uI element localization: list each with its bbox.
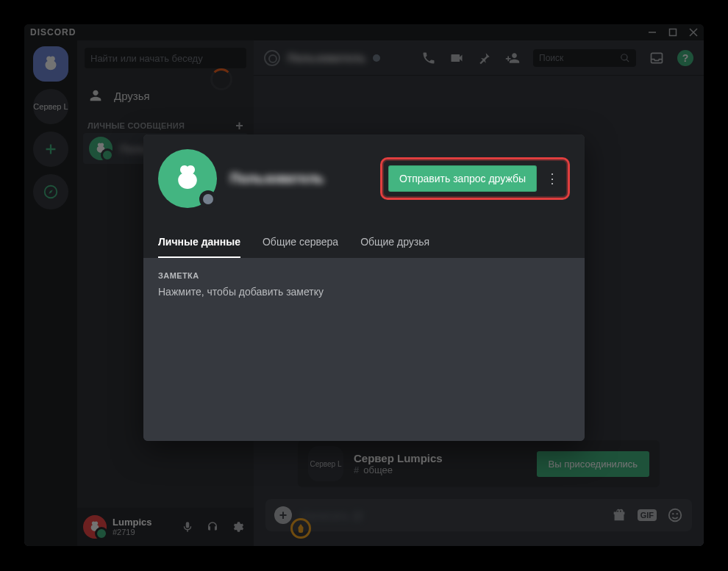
self-avatar[interactable]: [83, 515, 107, 539]
svg-rect-7: [652, 53, 663, 62]
invite-join-button[interactable]: Вы присоединились: [537, 451, 649, 477]
invite-channel: общее: [354, 464, 443, 475]
profile-status-dot: [199, 190, 217, 208]
note-input[interactable]: Нажмите, чтобы добавить заметку: [158, 286, 570, 298]
minimize-button[interactable]: [642, 24, 663, 40]
invite-card: Сервер L Сервер Lumpics общее Вы присоед…: [298, 440, 660, 487]
titlebar: DISCORD: [24, 24, 704, 40]
svg-point-8: [669, 509, 682, 522]
profile-body: ЗАМЕТКА Нажмите, чтобы добавить заметку: [143, 258, 585, 441]
tab-mutual-friends[interactable]: Общие друзья: [360, 236, 429, 258]
self-name: Lumpics: [113, 517, 151, 528]
more-options-button[interactable]: ⋮: [543, 167, 562, 190]
profile-avatar: [158, 149, 217, 208]
wordmark: DISCORD: [30, 27, 76, 37]
maximize-button[interactable]: [663, 24, 683, 40]
tab-mutual-servers[interactable]: Общие сервера: [263, 236, 338, 258]
gif-button[interactable]: GIF: [638, 509, 657, 521]
add-server-button[interactable]: [33, 132, 68, 167]
loading-spinner: [210, 68, 232, 90]
settings-button[interactable]: [227, 517, 248, 537]
chat-title: Пользователь: [288, 51, 365, 64]
server-item[interactable]: Сервер L: [33, 89, 68, 124]
tab-personal[interactable]: Личные данные: [158, 236, 240, 258]
gift-button[interactable]: [611, 507, 627, 523]
svg-point-9: [672, 513, 674, 514]
close-button[interactable]: [683, 24, 704, 40]
explore-button[interactable]: [33, 174, 68, 209]
chat-input[interactable]: + Написать @ GIF: [265, 499, 692, 531]
quickswitcher[interactable]: Найти или начать беседу: [85, 48, 246, 68]
svg-rect-1: [670, 29, 677, 36]
dm-avatar: [89, 137, 113, 160]
user-panel: Lumpics #2719: [77, 508, 254, 546]
decorative-orb: [290, 518, 311, 539]
guild-rail: Сервер L: [24, 40, 77, 546]
pinned-button[interactable]: [477, 51, 492, 65]
mute-button[interactable]: [177, 517, 198, 537]
send-friend-request-button[interactable]: Отправить запрос дружбы: [388, 165, 537, 192]
home-button[interactable]: [33, 46, 68, 82]
invite-title: Сервер Lumpics: [354, 452, 443, 464]
dm-header-label: ЛИЧНЫЕ СООБЩЕНИЯ: [88, 121, 185, 130]
friends-label: Друзья: [114, 90, 150, 102]
self-tag: #2719: [113, 528, 151, 536]
user-profile-modal: Пользователь Отправить запрос дружбы ⋮ Л…: [143, 134, 585, 441]
dm-header: ЛИЧНЫЕ СООБЩЕНИЯ +: [77, 111, 254, 133]
profile-username: Пользователь: [230, 171, 324, 187]
highlighted-actions: Отправить запрос дружбы ⋮: [380, 157, 570, 200]
emoji-button[interactable]: [667, 507, 683, 523]
search-icon: [620, 53, 630, 63]
attach-button[interactable]: +: [274, 506, 292, 524]
add-friend-button[interactable]: [505, 51, 520, 65]
status-indicator: [373, 54, 380, 62]
chat-header: Пользователь Поиск ?: [254, 40, 704, 76]
deafen-button[interactable]: [202, 517, 223, 537]
voice-call-button[interactable]: [421, 51, 436, 65]
help-button[interactable]: ?: [677, 50, 693, 66]
at-icon: [264, 50, 280, 66]
svg-point-10: [677, 513, 678, 514]
search-placeholder: Поиск: [539, 53, 563, 63]
invite-server-icon: Сервер L: [308, 446, 343, 481]
inbox-button[interactable]: [649, 51, 664, 65]
video-call-button[interactable]: [449, 51, 464, 65]
create-dm-button[interactable]: +: [235, 122, 243, 129]
search-input[interactable]: Поиск: [533, 49, 636, 67]
note-heading: ЗАМЕТКА: [158, 271, 570, 280]
window-controls: [642, 24, 704, 40]
profile-tabs: Личные данные Общие сервера Общие друзья: [143, 223, 585, 258]
app-window: DISCORD Сервер L Найти или начать беседу: [24, 24, 704, 546]
self-info: Lumpics #2719: [113, 517, 151, 536]
chat-input-placeholder: Написать @: [301, 509, 363, 522]
